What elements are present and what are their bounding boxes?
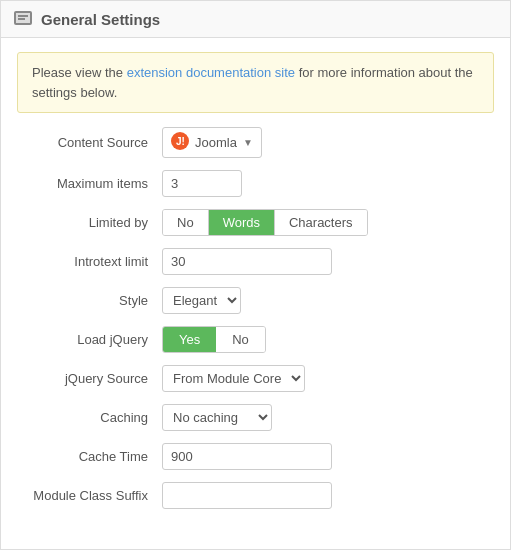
form-row-caching: Caching No caching Conservative Progress… xyxy=(17,404,494,431)
limited-by-words-button[interactable]: Words xyxy=(209,210,275,235)
form-row-cache-time: Cache Time xyxy=(17,443,494,470)
control-style: Elegant Classic Modern xyxy=(162,287,494,314)
form-row-introtext-limit: Introtext limit xyxy=(17,248,494,275)
load-jquery-toggle: Yes No xyxy=(162,326,266,353)
control-limited-by: No Words Characters xyxy=(162,209,494,236)
style-select[interactable]: Elegant Classic Modern xyxy=(162,287,241,314)
control-content-source: J! Joomla ▼ xyxy=(162,127,494,158)
form-row-limited-by: Limited by No Words Characters xyxy=(17,209,494,236)
page-wrapper: General Settings Please view the extensi… xyxy=(0,0,511,550)
form-row-module-class-suffix: Module Class Suffix xyxy=(17,482,494,509)
info-text-before: Please view the xyxy=(32,65,127,80)
jquery-source-select[interactable]: From Module Core External None xyxy=(162,365,305,392)
joomla-dropdown-text: Joomla xyxy=(195,135,237,150)
label-introtext-limit: Introtext limit xyxy=(17,254,162,269)
page-header: General Settings xyxy=(1,1,510,38)
load-jquery-no-button[interactable]: No xyxy=(216,327,265,352)
form-row-load-jquery: Load jQuery Yes No xyxy=(17,326,494,353)
label-limited-by: Limited by xyxy=(17,215,162,230)
svg-rect-3 xyxy=(18,18,25,20)
label-cache-time: Cache Time xyxy=(17,449,162,464)
control-caching: No caching Conservative Progressive xyxy=(162,404,494,431)
limited-by-toggle: No Words Characters xyxy=(162,209,368,236)
load-jquery-yes-button[interactable]: Yes xyxy=(163,327,216,352)
cache-time-input[interactable] xyxy=(162,443,332,470)
module-class-suffix-input[interactable] xyxy=(162,482,332,509)
label-caching: Caching xyxy=(17,410,162,425)
form: Content Source J! Joomla ▼ Maximum items xyxy=(1,127,510,537)
form-row-style: Style Elegant Classic Modern xyxy=(17,287,494,314)
label-load-jquery: Load jQuery xyxy=(17,332,162,347)
joomla-dropdown[interactable]: J! Joomla ▼ xyxy=(162,127,262,158)
info-link[interactable]: extension documentation site xyxy=(127,65,295,80)
info-box: Please view the extension documentation … xyxy=(17,52,494,113)
caching-select[interactable]: No caching Conservative Progressive xyxy=(162,404,272,431)
control-load-jquery: Yes No xyxy=(162,326,494,353)
chevron-down-icon: ▼ xyxy=(243,137,253,148)
control-introtext-limit xyxy=(162,248,494,275)
svg-rect-2 xyxy=(18,15,28,17)
maximum-items-input[interactable] xyxy=(162,170,242,197)
form-row-maximum-items: Maximum items xyxy=(17,170,494,197)
joomla-logo-icon: J! xyxy=(171,132,189,153)
settings-icon xyxy=(13,9,33,29)
label-style: Style xyxy=(17,293,162,308)
control-module-class-suffix xyxy=(162,482,494,509)
label-content-source: Content Source xyxy=(17,135,162,150)
label-module-class-suffix: Module Class Suffix xyxy=(17,488,162,503)
label-maximum-items: Maximum items xyxy=(17,176,162,191)
limited-by-no-button[interactable]: No xyxy=(163,210,209,235)
limited-by-characters-button[interactable]: Characters xyxy=(275,210,367,235)
control-jquery-source: From Module Core External None xyxy=(162,365,494,392)
control-cache-time xyxy=(162,443,494,470)
label-jquery-source: jQuery Source xyxy=(17,371,162,386)
svg-text:J!: J! xyxy=(176,136,185,147)
control-maximum-items xyxy=(162,170,494,197)
form-row-jquery-source: jQuery Source From Module Core External … xyxy=(17,365,494,392)
introtext-limit-input[interactable] xyxy=(162,248,332,275)
page-title: General Settings xyxy=(41,11,160,28)
form-row-content-source: Content Source J! Joomla ▼ xyxy=(17,127,494,158)
